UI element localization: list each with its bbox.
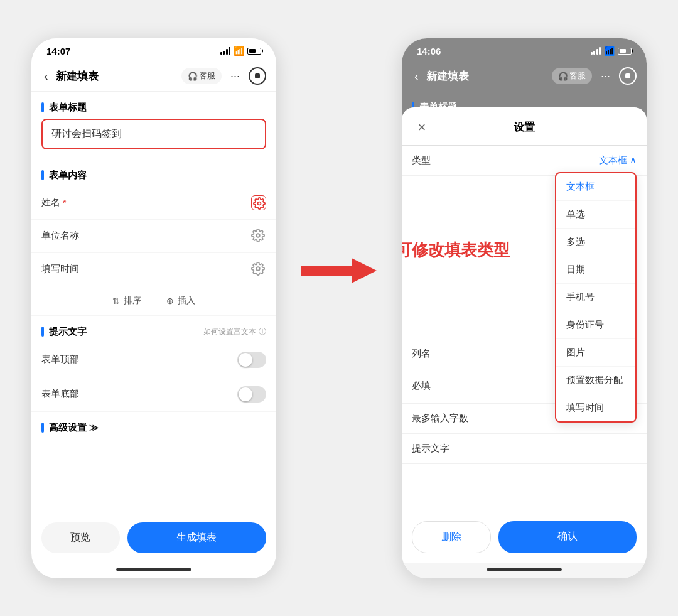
customer-service-label: 客服 <box>199 70 215 82</box>
right-wifi-icon: 📶 <box>604 46 615 56</box>
form-title-value: 研讨会扫码签到 <box>51 128 122 139</box>
left-bottom-actions: 预览 生成填表 <box>31 512 276 563</box>
toggle-label-top: 表单顶部 <box>41 354 79 365</box>
action-bar: ⇅ 排序 ⊕ 插入 <box>31 286 276 316</box>
prompt-hint-text: 如何设置富文本 <box>203 327 256 337</box>
left-phone: 14:07 📶 ‹ 新建填表 🎧 客服 · <box>31 38 276 578</box>
type-option-radio[interactable]: 单选 <box>556 201 635 229</box>
right-phone: 14:06 📶 ‹ 新建填表 🎧 客服 · <box>402 38 647 578</box>
prompt-title-text: 提示文字 <box>49 326 87 338</box>
right-home-indicator <box>402 563 647 578</box>
left-nav-bar: ‹ 新建填表 🎧 客服 ··· <box>31 62 276 92</box>
required-label: 必填 <box>412 380 431 392</box>
right-status-icons: 📶 <box>591 46 632 56</box>
right-battery-icon <box>618 48 632 55</box>
svg-point-2 <box>256 267 260 271</box>
left-status-bar: 14:07 📶 <box>31 38 276 62</box>
right-home-bar <box>487 568 562 571</box>
more-button[interactable]: ··· <box>227 67 244 85</box>
type-label: 类型 <box>412 154 431 166</box>
left-home-indicator <box>31 563 276 578</box>
settings-gear-unit[interactable] <box>251 229 266 244</box>
battery-icon <box>247 48 261 55</box>
type-option-image[interactable]: 图片 <box>556 339 635 367</box>
right-back-button[interactable]: ‹ <box>412 67 421 86</box>
form-content-label: 表单内容 <box>49 170 87 181</box>
arrow-container <box>301 252 377 289</box>
insert-icon: ⊕ <box>166 296 174 306</box>
type-option-checkbox[interactable]: 多选 <box>556 229 635 256</box>
toggle-row-top: 表单顶部 <box>31 343 276 377</box>
type-option-filltime[interactable]: 填写时间 <box>556 394 635 421</box>
form-content-section-header: 表单内容 <box>31 159 276 186</box>
required-star: * <box>63 198 66 208</box>
info-icon: ⓘ <box>259 327 266 337</box>
form-title-section-header: 表单标题 <box>31 92 276 119</box>
settings-title: 设置 <box>432 120 616 134</box>
svg-point-0 <box>258 202 261 205</box>
sort-label: 排序 <box>124 295 141 306</box>
svg-point-1 <box>256 234 260 237</box>
form-title-input[interactable]: 研讨会扫码签到 <box>41 119 266 149</box>
type-value[interactable]: 文本框 ∧ <box>599 154 637 166</box>
left-status-icons: 📶 <box>220 46 262 56</box>
settings-gear-time[interactable] <box>251 262 266 277</box>
settings-bottom: 删除 确认 <box>402 511 647 563</box>
sort-icon: ⇅ <box>112 296 120 306</box>
advanced-settings-label: 高级设置 ≫ <box>49 422 99 434</box>
right-record-button[interactable] <box>619 67 637 85</box>
settings-row-type: 类型 文本框 ∧ <box>402 146 647 176</box>
type-current: 文本框 <box>599 154 627 166</box>
insert-label: 插入 <box>178 295 195 306</box>
advanced-settings-header[interactable]: 高级设置 ≫ <box>31 412 276 439</box>
settings-close-button[interactable]: × <box>412 117 432 138</box>
create-button[interactable]: 生成填表 <box>127 522 266 553</box>
customer-service-button[interactable]: 🎧 客服 <box>181 68 222 84</box>
type-option-preset[interactable]: 预置数据分配 <box>556 367 635 394</box>
right-signal-icon <box>591 47 601 55</box>
right-record-inner-icon <box>625 73 630 78</box>
field-row-name: 姓名 * <box>31 186 276 220</box>
back-button[interactable]: ‹ <box>41 67 51 86</box>
type-dropdown: 文本框 单选 多选 日期 手机号 身份证号 <box>555 172 637 423</box>
right-status-bar: 14:06 📶 <box>402 38 647 62</box>
chevron-up-icon: ∧ <box>630 154 637 166</box>
right-customer-service-button[interactable]: 🎧 客服 <box>552 68 592 84</box>
toggle-label-bottom: 表单底部 <box>41 388 79 400</box>
form-title-label: 表单标题 <box>49 102 87 114</box>
delete-button[interactable]: 删除 <box>412 521 491 553</box>
right-nav-title: 新建填表 <box>426 69 547 84</box>
right-customer-service-label: 客服 <box>569 70 586 82</box>
field-label-unit: 单位名称 <box>41 230 79 242</box>
settings-gear-name[interactable] <box>251 195 266 210</box>
toggle-top[interactable] <box>237 352 266 368</box>
prompt-title: 提示文字 <box>41 326 87 338</box>
record-button[interactable] <box>249 67 266 85</box>
prompt-label: 提示文字 <box>412 443 449 455</box>
field-label-time: 填写时间 <box>41 263 79 275</box>
arrow-icon <box>301 252 377 289</box>
field-label-name: 姓名 * <box>41 197 66 208</box>
annotation-type: 可修改填表类型 <box>402 239 510 261</box>
insert-button[interactable]: ⊕ 插入 <box>166 295 195 306</box>
settings-panel: × 设置 类型 文本框 ∧ 文本框 <box>402 107 647 578</box>
sort-button[interactable]: ⇅ 排序 <box>112 295 141 306</box>
type-option-phone[interactable]: 手机号 <box>556 284 635 311</box>
toggle-row-bottom: 表单底部 <box>31 377 276 412</box>
svg-marker-3 <box>301 258 377 283</box>
left-home-bar <box>116 568 191 571</box>
preview-button[interactable]: 预览 <box>41 522 120 553</box>
type-option-id[interactable]: 身份证号 <box>556 311 635 339</box>
signal-icon <box>220 47 231 55</box>
settings-body: 类型 文本框 ∧ 文本框 单选 多选 <box>402 146 647 511</box>
right-headphone-icon: 🎧 <box>558 72 568 81</box>
colname-label: 列名 <box>412 348 431 360</box>
confirm-button[interactable]: 确认 <box>498 521 637 553</box>
prompt-hint[interactable]: 如何设置富文本 ⓘ <box>203 327 266 337</box>
close-icon: × <box>418 119 426 136</box>
right-more-button[interactable]: ··· <box>597 67 614 85</box>
type-option-textbox[interactable]: 文本框 <box>556 173 635 201</box>
type-option-date[interactable]: 日期 <box>556 256 635 284</box>
toggle-bottom[interactable] <box>237 386 266 403</box>
settings-row-prompt: 提示文字 <box>402 434 647 464</box>
